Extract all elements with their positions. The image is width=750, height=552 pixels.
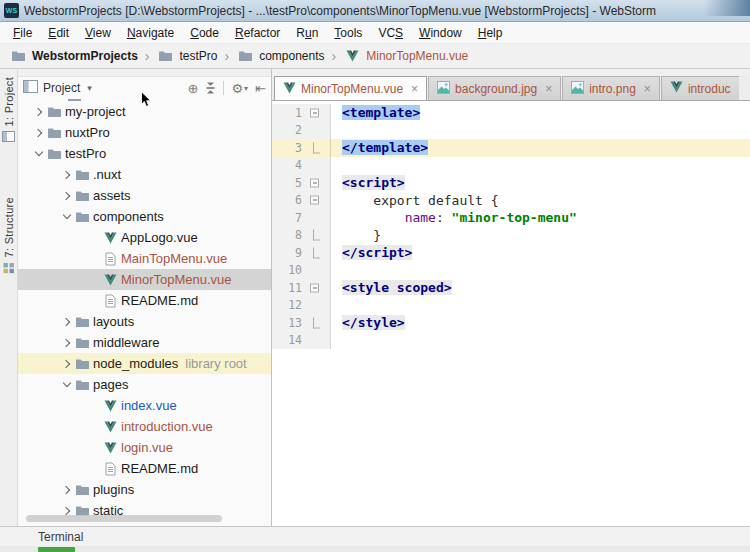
locate-file-icon[interactable]: ⊕ [188, 82, 199, 95]
menu-tools[interactable]: Tools [326, 24, 370, 42]
breadcrumb-item-webstormprojects[interactable]: WebstormProjects [9, 49, 138, 63]
image-file-icon [571, 81, 584, 97]
chevron-right-icon[interactable] [60, 172, 73, 178]
settings-gear-icon[interactable]: ⚙▾ [231, 82, 248, 95]
tree-row-minortopmenu[interactable]: MinorTopMenu.vue [18, 269, 271, 290]
vue-file-icon [283, 82, 296, 97]
chevron-down-icon[interactable] [32, 152, 45, 155]
menu-vcs[interactable]: VCS [370, 24, 411, 42]
fold-collapse-icon[interactable] [310, 178, 319, 187]
chevron-down-icon[interactable] [60, 215, 73, 218]
menu-code[interactable]: Code [182, 24, 227, 42]
menu-help[interactable]: Help [470, 24, 511, 42]
menu-run[interactable]: Run [288, 24, 326, 42]
fold-collapse-icon[interactable] [310, 283, 319, 292]
vue-file-icon [101, 442, 119, 454]
tree-row-assets[interactable]: assets [18, 185, 271, 206]
tool-window-button-structure[interactable]: 7: Structure [0, 197, 17, 277]
titlebar-shade [704, 0, 750, 16]
tree-item-label: README.md [121, 293, 198, 308]
tree-row-testpro[interactable]: testPro [18, 143, 271, 164]
chevron-right-icon[interactable] [60, 508, 73, 514]
tree-row-plugins[interactable]: plugins [18, 479, 271, 500]
vue-file-icon [101, 232, 119, 244]
project-panel-title[interactable]: Project [43, 81, 80, 95]
menu-file[interactable]: File [5, 24, 40, 42]
taskbar-app-indicator [38, 547, 75, 552]
tree-item-label: introduction.vue [121, 419, 213, 434]
tree-row-pages[interactable]: pages [18, 374, 271, 395]
tree-item-label: README.md [121, 461, 198, 476]
tree-row-nuxtpro[interactable]: nuxtPro [18, 122, 271, 143]
vue-file-icon [101, 274, 119, 286]
fold-collapse-icon[interactable] [310, 196, 319, 205]
chevron-right-icon[interactable] [60, 487, 73, 493]
menu-edit[interactable]: Edit [40, 24, 77, 42]
project-panel-icon [23, 80, 38, 96]
close-icon[interactable]: × [545, 82, 552, 96]
menu-bar: File Edit View Navigate Code Refactor Ru… [0, 22, 750, 44]
menu-view[interactable]: View [77, 24, 119, 42]
tree-row-nuxt[interactable]: .nuxt [18, 164, 271, 185]
horizontal-scrollbar[interactable] [26, 515, 222, 522]
fold-collapse-icon[interactable] [310, 108, 319, 117]
tree-row-middleware[interactable]: middleware [18, 332, 271, 353]
terminal-bar: Terminal [0, 526, 750, 546]
breadcrumb-item-testpro[interactable]: testPro [156, 49, 217, 63]
tree-row-readme-pages[interactable]: README.md [18, 458, 271, 479]
chevron-right-icon[interactable] [60, 340, 73, 346]
chevron-down-icon[interactable]: ▾ [87, 83, 92, 93]
line-number: 4 [272, 158, 302, 172]
tree-row-layouts[interactable]: layouts [18, 311, 271, 332]
tab-intro-png[interactable]: intro.png × [562, 76, 660, 100]
tab-label: intro.png [589, 82, 636, 96]
close-icon[interactable]: × [644, 82, 651, 96]
tab-background-jpg[interactable]: background.jpg × [428, 76, 561, 100]
project-tree[interactable]: my-project nuxtPro testPro .nuxt assets [18, 99, 271, 526]
folder-icon [45, 127, 63, 139]
menu-window[interactable]: Window [411, 24, 470, 42]
folder-icon [45, 148, 63, 160]
tab-minortopmenu-vue[interactable]: MinorTopMenu.vue × [274, 76, 427, 101]
tree-row-introduction-vue[interactable]: introduction.vue [18, 416, 271, 437]
code-editor[interactable]: 1 <template> 2 3 </template> 4 5 <script… [272, 101, 750, 526]
project-panel-header: Project ▾ ⊕ ⚙▾ ⇤ [18, 77, 271, 99]
chevron-right-icon[interactable] [60, 361, 73, 367]
line-number: 13 [272, 316, 302, 330]
tree-row-applogo[interactable]: AppLogo.vue [18, 227, 271, 248]
tree-item-label: assets [93, 188, 131, 203]
chevron-right-icon[interactable] [60, 319, 73, 325]
collapse-all-icon[interactable] [205, 82, 216, 94]
breadcrumb-item-minortopmenu[interactable]: MinorTopMenu.vue [343, 49, 468, 63]
chevron-down-icon[interactable] [60, 383, 73, 386]
tool-window-button-terminal[interactable]: Terminal [38, 530, 83, 544]
close-icon[interactable]: × [411, 82, 418, 96]
tree-row-login-vue[interactable]: login.vue [18, 437, 271, 458]
window-titlebar: WS WebstormProjects [D:\WebstormProjects… [0, 0, 750, 22]
breadcrumb-separator-icon: › [145, 48, 150, 64]
chevron-right-icon[interactable] [32, 109, 45, 115]
tree-row-maintopmenu[interactable]: MainTopMenu.vue [18, 248, 271, 269]
hide-panel-icon[interactable]: ⇤ [255, 82, 266, 95]
breadcrumb-item-components[interactable]: components [236, 49, 324, 63]
breadcrumb: WebstormProjects › testPro › components … [0, 44, 750, 69]
image-file-icon [437, 81, 450, 97]
menu-refactor[interactable]: Refactor [227, 24, 288, 42]
tab-introduction-vue[interactable]: introduc [661, 76, 739, 100]
tree-row-readme-components[interactable]: README.md [18, 290, 271, 311]
code-line: 6 export default { [272, 192, 750, 210]
tree-row-node-modules[interactable]: node_modules library root [18, 353, 271, 374]
tree-row-components[interactable]: components [18, 206, 271, 227]
tool-window-button-project[interactable]: 1: Project [0, 77, 17, 145]
folder-icon [73, 190, 91, 202]
tree-item-label: middleware [93, 335, 159, 350]
tree-row-my-project[interactable]: my-project [18, 101, 271, 122]
menu-navigate[interactable]: Navigate [119, 24, 182, 42]
chevron-right-icon[interactable] [60, 193, 73, 199]
chevron-right-icon[interactable] [32, 130, 45, 136]
tab-label: MinorTopMenu.vue [301, 82, 403, 96]
tree-row-index-vue[interactable]: index.vue [18, 395, 271, 416]
tool-window-button-label: 7: Structure [3, 197, 15, 257]
file-icon [101, 252, 119, 266]
line-number: 6 [272, 193, 302, 207]
